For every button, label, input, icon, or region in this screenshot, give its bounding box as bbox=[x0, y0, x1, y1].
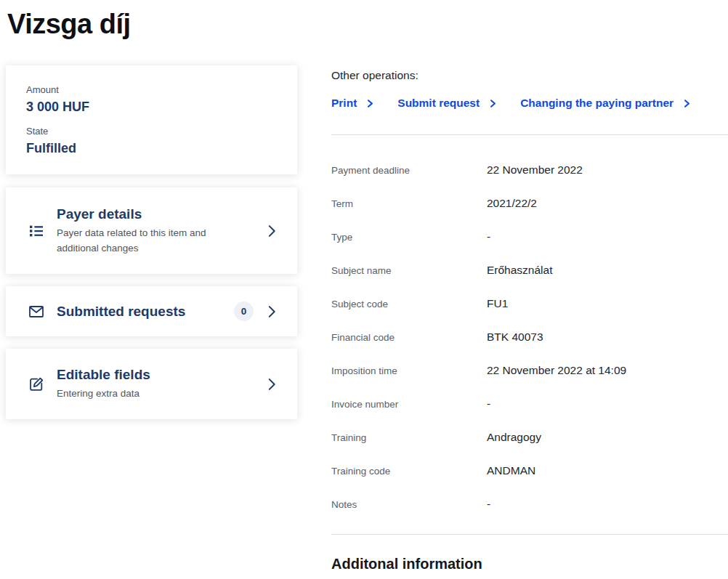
summary-card: Amount 3 000 HUF State Fulfilled bbox=[6, 65, 297, 174]
additional-information-title: Additonal information bbox=[331, 555, 728, 573]
chevron-right-icon bbox=[264, 223, 280, 239]
detail-row-financial-code: Financial code BTK 40073 bbox=[331, 320, 728, 354]
amount-value: 3 000 HUF bbox=[26, 98, 280, 116]
detail-value: BTK 40073 bbox=[487, 331, 543, 344]
detail-value: FU1 bbox=[487, 297, 508, 310]
operations-links: Print Submit request bbox=[331, 96, 728, 110]
state-field: State Fulfilled bbox=[26, 126, 280, 157]
detail-label: Type bbox=[331, 232, 487, 243]
detail-label: Notes bbox=[331, 499, 487, 510]
detail-label: Training bbox=[331, 432, 487, 443]
chevron-right-icon bbox=[264, 376, 280, 392]
main-layout: Amount 3 000 HUF State Fulfilled bbox=[0, 65, 728, 573]
state-value: Fulfilled bbox=[26, 139, 280, 157]
divider bbox=[331, 534, 728, 535]
chevron-right-icon bbox=[682, 99, 692, 108]
other-operations-label: Other operations: bbox=[331, 68, 728, 82]
detail-value: 22 November 2022 at 14:09 bbox=[487, 364, 626, 377]
chevron-right-icon bbox=[264, 304, 280, 320]
amount-label: Amount bbox=[26, 84, 280, 95]
detail-label: Financial code bbox=[331, 332, 487, 343]
detail-label: Training code bbox=[331, 466, 487, 477]
payment-detail-page: Vizsga díj Amount 3 000 HUF State Fulfil… bbox=[0, 6, 728, 579]
detail-value: Erőhasználat bbox=[487, 264, 552, 277]
print-link[interactable]: Print bbox=[331, 96, 375, 110]
nav-card-title: Editable fields bbox=[57, 366, 249, 383]
nav-card-description: Entering extra data bbox=[57, 386, 249, 402]
print-link-label: Print bbox=[331, 96, 357, 110]
detail-row-payment-deadline: Payment deadline 22 November 2022 bbox=[331, 153, 728, 187]
detail-rows: Payment deadline 22 November 2022 Term 2… bbox=[331, 153, 728, 521]
nav-card-text: Editable fields Entering extra data bbox=[57, 366, 249, 402]
detail-row-imposition-time: Imposition time 22 November 2022 at 14:0… bbox=[331, 354, 728, 387]
detail-row-term: Term 2021/22/2 bbox=[331, 187, 728, 220]
detail-row-invoice-number: Invoice number - bbox=[331, 387, 728, 421]
submit-request-link[interactable]: Submit request bbox=[397, 96, 498, 110]
detail-row-training: Training Andragogy bbox=[331, 421, 728, 454]
detail-row-training-code: Training code ANDMAN bbox=[331, 454, 728, 487]
nav-card-editable-fields[interactable]: Editable fields Entering extra data bbox=[6, 349, 297, 419]
nav-card-title: Submitted requests bbox=[57, 304, 185, 320]
left-column: Amount 3 000 HUF State Fulfilled bbox=[6, 65, 297, 419]
nav-card-text: Payer details Payer data related to this… bbox=[57, 206, 249, 256]
divider bbox=[331, 134, 728, 135]
detail-row-subject-name: Subject name Erőhasználat bbox=[331, 254, 728, 287]
detail-value: - bbox=[487, 230, 490, 243]
detail-value: 22 November 2022 bbox=[487, 163, 583, 177]
detail-label: Invoice number bbox=[331, 399, 487, 410]
amount-field: Amount 3 000 HUF bbox=[26, 84, 280, 116]
nav-card-title: Payer details bbox=[57, 206, 249, 222]
change-paying-partner-link-label: Changing the paying partner bbox=[520, 96, 674, 110]
detail-label: Subject name bbox=[331, 265, 487, 276]
chevron-right-icon bbox=[488, 99, 498, 108]
detail-value: 2021/22/2 bbox=[487, 197, 537, 210]
detail-label: Payment deadline bbox=[331, 165, 487, 176]
detail-value: - bbox=[487, 498, 490, 511]
detail-value: Andragogy bbox=[487, 431, 541, 444]
state-label: State bbox=[26, 126, 280, 137]
envelope-icon bbox=[28, 303, 45, 320]
detail-label: Subject code bbox=[331, 299, 487, 309]
edit-icon bbox=[28, 376, 45, 393]
nav-card-description: Payer data related to this item and addi… bbox=[57, 226, 249, 256]
detail-row-subject-code: Subject code FU1 bbox=[331, 287, 728, 320]
change-paying-partner-link[interactable]: Changing the paying partner bbox=[520, 96, 692, 110]
nav-card-payer-details[interactable]: Payer details Payer data related to this… bbox=[6, 187, 297, 274]
detail-label: Imposition time bbox=[331, 365, 487, 376]
detail-label: Term bbox=[331, 198, 487, 209]
right-column: Other operations: Print Submit request bbox=[331, 65, 728, 573]
submit-request-link-label: Submit request bbox=[397, 96, 480, 110]
nav-card-submitted-requests[interactable]: Submitted requests 0 bbox=[6, 286, 297, 336]
chevron-right-icon bbox=[365, 99, 375, 108]
page-title: Vizsga díj bbox=[7, 6, 728, 42]
detail-row-notes: Notes - bbox=[331, 487, 728, 521]
detail-row-type: Type - bbox=[331, 220, 728, 254]
list-icon bbox=[28, 222, 45, 240]
request-count-badge: 0 bbox=[234, 301, 254, 321]
detail-value: - bbox=[487, 397, 490, 410]
detail-value: ANDMAN bbox=[487, 464, 535, 477]
